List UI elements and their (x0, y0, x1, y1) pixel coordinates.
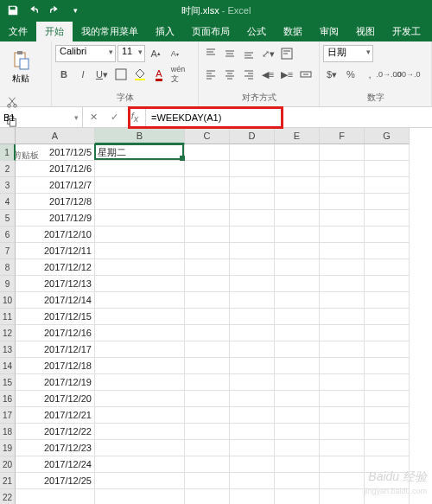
redo-button[interactable] (45, 1, 64, 20)
cell[interactable] (95, 489, 185, 504)
cell[interactable] (320, 210, 365, 226)
cell[interactable] (365, 473, 410, 489)
decrease-font-button[interactable]: A▾ (166, 45, 183, 62)
cell[interactable] (230, 243, 275, 259)
cell[interactable] (365, 226, 410, 243)
tab-8[interactable]: 视图 (347, 22, 384, 41)
cell[interactable] (230, 473, 275, 489)
cell[interactable] (320, 194, 365, 210)
cell[interactable] (230, 194, 275, 210)
increase-indent-button[interactable]: ▶≡ (278, 66, 295, 83)
row-header[interactable]: 6 (0, 226, 16, 243)
tab-7[interactable]: 审阅 (311, 22, 347, 41)
cell[interactable]: 2017/12/15 (16, 309, 95, 325)
tab-2[interactable]: 我的常用菜单 (73, 22, 147, 41)
cell[interactable] (320, 243, 365, 259)
cell[interactable]: 2017/12/23 (16, 440, 95, 456)
tab-4[interactable]: 页面布局 (183, 22, 238, 41)
cell[interactable] (275, 177, 320, 194)
cell[interactable]: 2017/12/5 (16, 144, 95, 161)
cell[interactable] (185, 341, 230, 358)
cell[interactable] (95, 456, 185, 473)
cell[interactable] (185, 194, 230, 210)
cell[interactable] (275, 440, 320, 456)
merge-button[interactable] (297, 66, 314, 83)
cell[interactable] (320, 325, 365, 341)
cell[interactable]: 2017/12/14 (16, 292, 95, 309)
cell[interactable] (185, 226, 230, 243)
cell[interactable] (365, 259, 410, 276)
row-header[interactable]: 8 (0, 259, 16, 276)
column-header[interactable]: A (16, 128, 95, 144)
cell[interactable] (230, 456, 275, 473)
row-header[interactable]: 5 (0, 210, 16, 226)
row-header[interactable]: 14 (0, 358, 16, 374)
cell[interactable] (230, 391, 275, 407)
font-name-select[interactable]: Calibri (55, 45, 116, 62)
cell[interactable] (320, 259, 365, 276)
row-header[interactable]: 11 (0, 309, 16, 325)
cell[interactable] (185, 292, 230, 309)
cell[interactable] (320, 161, 365, 177)
save-button[interactable] (3, 1, 22, 20)
cell[interactable] (320, 177, 365, 194)
bold-button[interactable]: B (55, 66, 73, 83)
cell[interactable]: 2017/12/9 (16, 210, 95, 226)
row-header[interactable]: 21 (0, 473, 16, 489)
align-bottom-button[interactable] (240, 45, 257, 62)
cell[interactable] (185, 309, 230, 325)
cell[interactable] (230, 440, 275, 456)
cell[interactable] (95, 309, 185, 325)
row-header[interactable]: 19 (0, 440, 16, 456)
cell[interactable]: 2017/12/8 (16, 194, 95, 210)
cell[interactable]: 2017/12/6 (16, 161, 95, 177)
row-header[interactable]: 20 (0, 456, 16, 473)
cell[interactable] (185, 374, 230, 391)
cell[interactable] (365, 341, 410, 358)
cell[interactable] (185, 456, 230, 473)
tab-6[interactable]: 数据 (275, 22, 311, 41)
cell[interactable] (320, 473, 365, 489)
wrap-text-button[interactable] (278, 45, 295, 62)
cell[interactable]: 2017/12/24 (16, 456, 95, 473)
cell[interactable] (275, 292, 320, 309)
column-header[interactable]: B (95, 128, 185, 144)
cell[interactable] (320, 440, 365, 456)
cell[interactable] (230, 276, 275, 292)
cell[interactable] (230, 161, 275, 177)
cell[interactable] (365, 358, 410, 374)
cell[interactable] (365, 292, 410, 309)
decrease-indent-button[interactable]: ◀≡ (259, 66, 276, 83)
align-middle-button[interactable] (221, 45, 238, 62)
cell[interactable] (365, 424, 410, 440)
cell[interactable] (95, 161, 185, 177)
cell[interactable]: 2017/12/18 (16, 358, 95, 374)
cell[interactable] (365, 391, 410, 407)
cell[interactable] (320, 144, 365, 161)
cell[interactable] (95, 259, 185, 276)
row-header[interactable]: 17 (0, 407, 16, 424)
cell[interactable] (320, 341, 365, 358)
cell[interactable] (230, 144, 275, 161)
cell[interactable] (95, 276, 185, 292)
cell[interactable] (185, 325, 230, 341)
increase-font-button[interactable]: A▴ (147, 45, 164, 62)
row-header[interactable]: 16 (0, 391, 16, 407)
cell[interactable] (320, 489, 365, 504)
cell[interactable] (320, 391, 365, 407)
cell[interactable] (320, 309, 365, 325)
cell[interactable] (275, 259, 320, 276)
cell[interactable]: 2017/12/16 (16, 325, 95, 341)
phonetic-button[interactable]: wén文 (169, 66, 187, 83)
cell[interactable] (320, 292, 365, 309)
cell[interactable] (275, 243, 320, 259)
cell[interactable] (230, 177, 275, 194)
cell[interactable] (185, 424, 230, 440)
cell[interactable] (275, 226, 320, 243)
cell[interactable] (95, 407, 185, 424)
cell[interactable] (275, 489, 320, 504)
cell[interactable] (185, 489, 230, 504)
cell[interactable] (95, 440, 185, 456)
column-header[interactable]: E (275, 128, 320, 144)
cell[interactable] (230, 325, 275, 341)
